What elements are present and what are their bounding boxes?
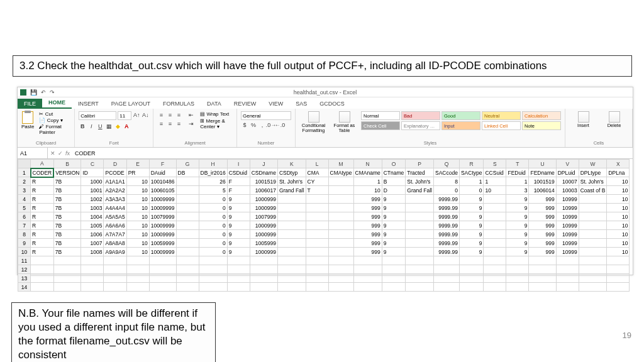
cell[interactable]: 1002 <box>81 195 104 204</box>
col-header-H[interactable]: H <box>199 160 227 168</box>
cell[interactable]: 10 <box>126 248 149 256</box>
cell[interactable]: DAuid <box>149 168 176 177</box>
cell[interactable] <box>406 239 434 248</box>
cell[interactable] <box>277 274 306 283</box>
cell[interactable] <box>306 248 328 256</box>
cell[interactable]: 10999 <box>556 239 579 248</box>
cell[interactable] <box>459 274 484 283</box>
cell[interactable]: 7B <box>53 195 81 204</box>
cell[interactable] <box>176 195 199 204</box>
cell[interactable] <box>529 274 556 283</box>
cell[interactable] <box>227 256 250 265</box>
style-normal[interactable]: Normal <box>361 111 400 120</box>
cell[interactable] <box>81 256 104 265</box>
cell[interactable]: 9 <box>506 239 529 248</box>
increase-decimal-icon[interactable]: .0→ <box>267 121 275 129</box>
percent-icon[interactable]: % <box>250 121 257 129</box>
cell[interactable]: 9 <box>459 239 484 248</box>
cell[interactable] <box>328 230 353 239</box>
cell[interactable] <box>53 274 81 283</box>
cell[interactable]: 999 <box>529 230 556 239</box>
cell[interactable] <box>104 283 126 292</box>
insert-button[interactable]: Insert <box>569 111 597 128</box>
cell[interactable]: 9 <box>459 204 484 212</box>
cell[interactable] <box>277 265 306 274</box>
tab-formulas[interactable]: FORMULAS <box>157 99 201 109</box>
cell[interactable]: 9 <box>459 248 484 256</box>
cell[interactable]: 9 <box>382 248 406 256</box>
style-calculation[interactable]: Calculation <box>522 111 561 120</box>
cell[interactable] <box>31 265 54 274</box>
spreadsheet-grid[interactable]: ABCDEFGHIJKLMNOPQRSTUVWX1CODERVERSIONIDP… <box>18 159 633 292</box>
cell[interactable]: 1 <box>506 177 529 186</box>
cell[interactable] <box>53 265 81 274</box>
cell[interactable] <box>328 177 353 186</box>
cell[interactable] <box>506 274 529 283</box>
cell[interactable] <box>277 248 306 256</box>
cell[interactable] <box>250 256 277 265</box>
number-format-select[interactable]: General <box>241 111 291 120</box>
cell[interactable]: 1001519 <box>250 177 277 186</box>
cell[interactable]: 9999.99 <box>433 248 459 256</box>
cell[interactable]: A5A5A5 <box>104 212 126 221</box>
cell[interactable] <box>382 283 406 292</box>
cell[interactable]: 10999 <box>556 248 579 256</box>
cell[interactable]: 0 <box>199 212 227 221</box>
col-header-B[interactable]: B <box>53 160 81 168</box>
cell[interactable] <box>406 248 434 256</box>
tab-gcdocs[interactable]: GCDOCS <box>313 99 351 109</box>
col-header-R[interactable]: R <box>459 160 484 168</box>
cell[interactable] <box>607 274 630 283</box>
cell[interactable] <box>149 265 176 274</box>
cell[interactable]: 10 <box>126 221 149 230</box>
cell[interactable]: 0 <box>199 204 227 212</box>
cell[interactable]: A9A9A9 <box>104 248 126 256</box>
cell[interactable]: CTname <box>382 168 406 177</box>
col-header-M[interactable]: M <box>328 160 353 168</box>
cell[interactable] <box>484 195 506 204</box>
font-color-button[interactable]: A <box>123 123 130 130</box>
row-header[interactable]: 13 <box>18 274 31 283</box>
cell[interactable] <box>353 256 382 265</box>
cell[interactable]: 999 <box>353 248 382 256</box>
tab-data[interactable]: DATA <box>201 99 228 109</box>
cell[interactable] <box>556 265 579 274</box>
col-header-Q[interactable]: Q <box>433 160 459 168</box>
row-header[interactable]: 7 <box>18 221 31 230</box>
cell[interactable]: 9 <box>227 230 250 239</box>
cell[interactable] <box>579 212 607 221</box>
currency-icon[interactable]: $ <box>241 121 248 129</box>
cell[interactable]: 9999.99 <box>433 221 459 230</box>
col-header-D[interactable]: D <box>104 160 126 168</box>
cell[interactable] <box>250 283 277 292</box>
cell[interactable] <box>277 195 306 204</box>
cell[interactable] <box>306 221 328 230</box>
cell[interactable]: 999 <box>529 204 556 212</box>
cell[interactable]: 1007 <box>81 239 104 248</box>
decrease-decimal-icon[interactable]: ←.0 <box>276 121 284 129</box>
cell[interactable]: PR <box>126 168 149 177</box>
cell[interactable] <box>81 265 104 274</box>
cell[interactable] <box>176 204 199 212</box>
cell[interactable] <box>459 256 484 265</box>
cell[interactable]: 10999 <box>556 204 579 212</box>
cell[interactable]: 10009999 <box>149 221 176 230</box>
tab-review[interactable]: REVIEW <box>228 99 263 109</box>
cell[interactable]: 10 <box>607 221 630 230</box>
cell[interactable]: 999 <box>529 212 556 221</box>
cell[interactable]: 10 <box>607 195 630 204</box>
cell[interactable]: 10 <box>607 186 630 195</box>
cell[interactable] <box>579 230 607 239</box>
cell[interactable]: 10 <box>126 195 149 204</box>
cell[interactable]: A6A6A6 <box>104 221 126 230</box>
cell[interactable] <box>406 283 434 292</box>
cell[interactable] <box>579 204 607 212</box>
cell[interactable]: 7B <box>53 221 81 230</box>
cell[interactable] <box>81 283 104 292</box>
cell[interactable]: R <box>31 177 54 186</box>
cell[interactable] <box>306 256 328 265</box>
cell[interactable]: DPLuid <box>556 168 579 177</box>
cell[interactable] <box>579 274 607 283</box>
cell[interactable] <box>306 283 328 292</box>
cell[interactable]: SACcode <box>433 168 459 177</box>
